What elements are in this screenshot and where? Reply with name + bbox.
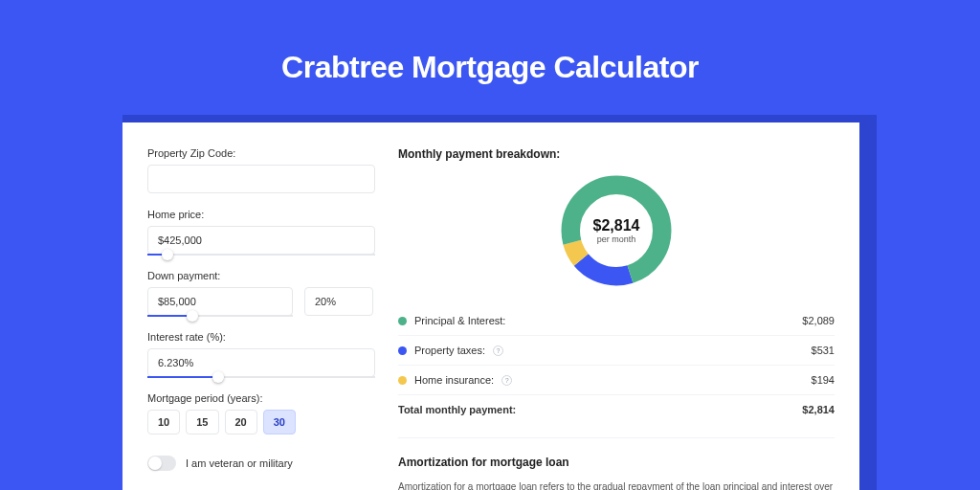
period-label: Mortgage period (years): <box>147 392 390 404</box>
period-button-10[interactable]: 10 <box>147 410 180 434</box>
down-payment-label: Down payment: <box>147 270 390 281</box>
breakdown-line-total: Total monthly payment:$2,814 <box>398 394 835 424</box>
breakdown-lines: Principal & Interest:$2,089Property taxe… <box>398 306 835 424</box>
period-button-30[interactable]: 30 <box>263 410 296 434</box>
breakdown-line-amount: $194 <box>812 374 835 386</box>
breakdown-line-tax: Property taxes:?$531 <box>398 335 835 365</box>
legend-dot-icon <box>398 376 407 385</box>
breakdown-panel: Monthly payment breakdown: $2,814 per mo… <box>390 122 859 490</box>
page-title: Crabtree Mortgage Calculator <box>0 50 980 85</box>
breakdown-line-label: Property taxes: <box>414 345 485 356</box>
breakdown-line-left: Total monthly payment: <box>398 404 516 415</box>
home-price-row: Home price: <box>147 209 390 255</box>
rate-input[interactable] <box>147 348 375 377</box>
slider-fill <box>147 315 192 317</box>
slider-fill <box>147 376 218 378</box>
period-button-20[interactable]: 20 <box>225 410 257 434</box>
period-row: Mortgage period (years): 10152030 <box>147 392 390 434</box>
breakdown-line-amount: $531 <box>812 345 835 356</box>
help-icon[interactable]: ? <box>501 375 512 386</box>
breakdown-line-left: Principal & Interest: <box>398 315 505 326</box>
amortization-section: Amortization for mortgage loan Amortizat… <box>398 437 835 490</box>
slider-knob[interactable] <box>162 249 173 260</box>
veteran-row: I am veteran or military <box>147 456 390 471</box>
donut-value: $2,814 <box>593 217 640 234</box>
form-panel: Property Zip Code: Home price: Down paym… <box>122 122 390 490</box>
down-payment-input[interactable] <box>147 287 293 316</box>
help-icon[interactable]: ? <box>493 345 503 356</box>
donut-container: $2,814 per month <box>398 161 835 301</box>
breakdown-line-pi: Principal & Interest:$2,089 <box>398 306 835 335</box>
donut-center: $2,814 per month <box>556 170 677 291</box>
zip-row: Property Zip Code: <box>147 147 390 193</box>
legend-dot-icon <box>398 346 407 355</box>
page-stage: Crabtree Mortgage Calculator Property Zi… <box>0 0 980 490</box>
down-payment-row: Down payment: <box>147 270 390 316</box>
breakdown-line-label: Principal & Interest: <box>414 315 505 326</box>
breakdown-line-left: Property taxes:? <box>398 345 503 356</box>
breakdown-line-left: Home insurance:? <box>398 374 512 386</box>
amortization-text: Amortization for a mortgage loan refers … <box>398 480 835 490</box>
rate-label: Interest rate (%): <box>147 331 390 343</box>
rate-row: Interest rate (%): <box>147 331 390 377</box>
home-price-input[interactable] <box>147 226 375 255</box>
breakdown-total-label: Total monthly payment: <box>398 404 516 415</box>
donut-chart: $2,814 per month <box>556 170 677 291</box>
breakdown-total-amount: $2,814 <box>802 404 835 415</box>
home-price-label: Home price: <box>147 209 390 220</box>
slider-knob[interactable] <box>212 371 224 383</box>
breakdown-title: Monthly payment breakdown: <box>398 147 835 161</box>
period-buttons: 10152030 <box>147 410 390 434</box>
period-button-15[interactable]: 15 <box>186 410 218 434</box>
veteran-label: I am veteran or military <box>186 457 293 469</box>
donut-sub: per month <box>597 234 636 244</box>
zip-input[interactable] <box>147 165 375 193</box>
breakdown-line-label: Home insurance: <box>414 374 494 386</box>
toggle-knob <box>148 457 162 470</box>
amortization-title: Amortization for mortgage loan <box>398 456 835 469</box>
zip-label: Property Zip Code: <box>147 147 390 159</box>
slider-track <box>147 254 375 256</box>
calculator-card: Property Zip Code: Home price: Down paym… <box>122 122 859 490</box>
veteran-toggle[interactable] <box>147 456 176 471</box>
legend-dot-icon <box>398 317 407 325</box>
down-payment-pct-input[interactable] <box>304 287 373 316</box>
slider-knob[interactable] <box>187 310 198 322</box>
breakdown-line-ins: Home insurance:?$194 <box>398 365 835 394</box>
breakdown-line-amount: $2,089 <box>802 315 835 326</box>
